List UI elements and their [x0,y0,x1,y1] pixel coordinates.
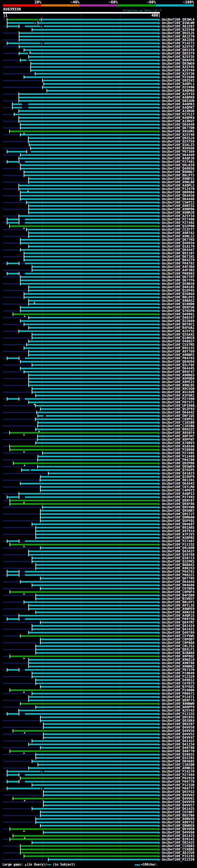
alignment-segment[interactable] [28,137,158,139]
alignment-segment[interactable] [40,716,158,718]
alignment-segment[interactable] [36,612,158,613]
alignment-segment[interactable] [20,361,158,363]
alignment-segment[interactable] [20,59,27,61]
alignment-segment[interactable] [29,374,158,376]
alignment-segment[interactable] [24,76,158,78]
subject-label[interactable]: UniRef100_P12328 [162,858,195,862]
alignment-segment[interactable] [47,90,158,91]
alignment-segment[interactable] [40,547,158,549]
alignment-segment[interactable] [7,496,19,498]
alignment-segment[interactable] [19,493,158,495]
alignment-segment[interactable] [43,801,158,803]
alignment-segment[interactable] [20,164,158,166]
alignment-segment[interactable] [48,473,158,474]
alignment-segment[interactable] [20,191,158,193]
alignment-segment[interactable] [25,669,158,671]
alignment-segment[interactable] [40,825,158,827]
alignment-segment[interactable] [36,595,158,596]
alignment-segment[interactable] [20,703,158,705]
alignment-segment[interactable] [35,405,158,406]
alignment-segment[interactable] [40,622,158,623]
alignment-segment[interactable] [9,225,158,227]
alignment-segment[interactable] [29,236,158,237]
alignment-segment[interactable] [20,848,158,850]
alignment-segment[interactable] [25,26,158,27]
alignment-segment[interactable] [20,276,158,278]
alignment-segment[interactable] [42,87,158,88]
alignment-segment[interactable] [10,689,158,691]
alignment-segment[interactable] [42,506,158,508]
alignment-segment[interactable] [7,771,158,772]
alignment-segment[interactable] [25,571,158,572]
alignment-segment[interactable] [7,19,39,20]
alignment-segment[interactable] [44,83,158,85]
alignment-segment[interactable] [38,425,158,427]
alignment-segment[interactable] [36,442,158,444]
alignment-segment[interactable] [25,398,158,400]
alignment-segment[interactable] [7,787,158,789]
alignment-segment[interactable] [29,551,158,552]
alignment-segment[interactable] [29,209,158,210]
alignment-segment[interactable] [43,791,158,793]
alignment-segment[interactable] [24,293,158,295]
alignment-segment[interactable] [28,107,158,108]
alignment-segment[interactable] [40,486,158,488]
alignment-segment[interactable] [43,737,158,738]
alignment-segment[interactable] [29,402,158,403]
alignment-segment[interactable] [25,273,158,274]
alignment-segment[interactable] [38,435,158,437]
alignment-segment[interactable] [29,232,158,234]
alignment-segment[interactable] [7,222,19,223]
alignment-segment[interactable] [40,686,158,688]
alignment-segment[interactable] [38,422,158,423]
alignment-segment[interactable] [37,412,158,413]
alignment-segment[interactable] [29,300,158,302]
alignment-segment[interactable] [29,351,158,352]
alignment-segment[interactable] [10,544,158,545]
alignment-segment[interactable] [20,242,158,244]
alignment-segment[interactable] [24,259,158,261]
alignment-segment[interactable] [38,22,158,24]
alignment-segment[interactable] [32,391,158,393]
alignment-segment[interactable] [25,222,158,223]
alignment-segment[interactable] [24,256,158,257]
alignment-segment[interactable] [29,767,158,769]
alignment-segment[interactable] [25,161,158,162]
alignment-segment[interactable] [35,73,158,74]
alignment-segment[interactable] [40,747,158,748]
alignment-segment[interactable] [29,378,158,379]
alignment-segment[interactable] [25,774,158,776]
alignment-segment[interactable] [36,429,158,430]
alignment-segment[interactable] [24,175,158,176]
alignment-segment[interactable] [7,161,19,162]
alignment-segment[interactable] [36,537,158,538]
alignment-segment[interactable] [32,676,158,677]
alignment-segment[interactable] [31,469,158,471]
alignment-segment[interactable] [29,632,158,633]
alignment-segment[interactable] [20,483,158,484]
alignment-segment[interactable] [7,571,19,572]
alignment-segment[interactable] [19,185,158,186]
alignment-segment[interactable] [36,527,158,528]
alignment-segment[interactable] [29,144,158,146]
alignment-segment[interactable] [7,22,34,24]
alignment-segment[interactable] [19,158,158,159]
alignment-segment[interactable] [7,262,19,264]
alignment-segment[interactable] [41,19,158,20]
alignment-segment[interactable] [38,415,43,416]
alignment-segment[interactable] [20,307,158,308]
alignment-segment[interactable] [36,567,158,569]
alignment-segment[interactable] [32,784,158,786]
alignment-segment[interactable] [20,195,158,196]
alignment-segment[interactable] [32,388,158,390]
alignment-segment[interactable] [43,734,158,735]
alignment-segment[interactable] [40,588,158,589]
alignment-segment[interactable] [27,344,158,345]
alignment-segment[interactable] [25,496,158,498]
alignment-segment[interactable] [7,618,19,620]
alignment-segment[interactable] [32,523,158,525]
alignment-segment[interactable] [40,642,158,644]
alignment-segment[interactable] [7,219,19,220]
alignment-segment[interactable] [19,188,158,190]
alignment-segment[interactable] [36,679,158,681]
